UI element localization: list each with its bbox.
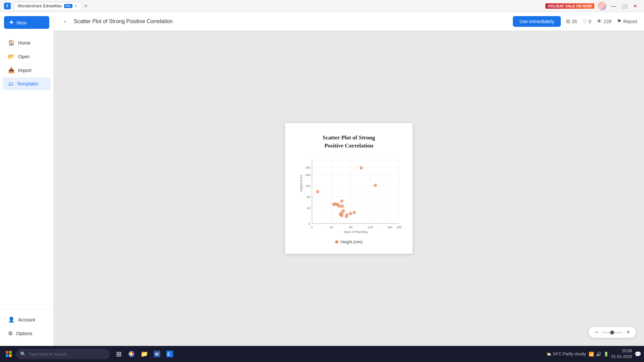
weather-info: ⛅ 24°C Partly cloudy <box>546 352 586 356</box>
weather-text: 24°C Partly cloudy <box>553 352 586 356</box>
volume-icon: 🔊 <box>596 352 601 357</box>
legend-label: Height (mm) <box>340 240 363 244</box>
open-icon: 📂 <box>8 53 15 60</box>
likes-stat[interactable]: ♡ 0 <box>582 18 591 24</box>
svg-point-29 <box>316 190 319 193</box>
chart-title: Scatter Plot of Strong Positive Correlat… <box>299 134 399 150</box>
maximize-button[interactable]: ⬜ <box>620 3 629 9</box>
main-layout: ✚ New 🏠 Home 📂 Open 📥 Import 🗂 Templates <box>0 12 644 346</box>
new-tab-button[interactable]: + <box>82 2 90 10</box>
sidebar-item-options-label: Options <box>16 331 32 336</box>
copy-icon: ⧉ <box>566 18 570 24</box>
svg-rect-51 <box>9 354 12 357</box>
sidebar-item-account[interactable]: 👤 Account <box>3 313 51 326</box>
heart-icon: ♡ <box>582 18 587 24</box>
options-icon: ⚙ <box>8 330 13 337</box>
network-icon: 📶 <box>589 352 594 357</box>
svg-text:40: 40 <box>330 226 333 229</box>
canvas-area[interactable]: Scatter Plot of Strong Positive Correlat… <box>54 31 644 346</box>
legend-dot <box>335 240 338 244</box>
chrome-app[interactable] <box>125 348 138 360</box>
sidebar-item-import-label: Import <box>18 68 32 73</box>
svg-point-45 <box>353 211 356 214</box>
sidebar-item-home[interactable]: 🏠 Home <box>3 36 51 49</box>
content-area: ‹ Scatter Plot of Strong Positive Correl… <box>54 12 644 346</box>
svg-point-42 <box>349 212 352 215</box>
report-button[interactable]: ⚑ Report <box>617 18 637 24</box>
sidebar-item-home-label: Home <box>18 40 31 46</box>
svg-text:160: 160 <box>305 173 310 177</box>
taskbar: 🔍 ⊞ 📁 W E ⛅ 24°C Partly cloudy 📶 🔊 🔋 20:… <box>0 346 644 362</box>
window-controls: — ⬜ ✕ <box>609 3 640 9</box>
task-view-button[interactable]: ⊞ <box>113 348 125 360</box>
zoom-slider[interactable] <box>602 332 622 333</box>
scatter-plot: 0 40 80 120 160 180 0 40 80 120 160 200 <box>299 157 402 237</box>
time-display: 20:08 <box>611 348 632 354</box>
sidebar-nav: 🏠 Home 📂 Open 📥 Import 🗂 Templates <box>0 33 53 309</box>
tab-title: Wondershare EdrawMax <box>18 4 62 8</box>
new-button[interactable]: ✚ New <box>4 16 49 29</box>
chart-legend: Height (mm) <box>299 240 399 244</box>
svg-text:Days of Plannting: Days of Plannting <box>344 230 368 234</box>
zoom-controls: − + <box>589 327 636 338</box>
use-immediately-button[interactable]: Use immediately <box>513 16 561 27</box>
sidebar-item-open[interactable]: 📂 Open <box>3 50 51 63</box>
svg-point-39 <box>340 214 343 217</box>
report-label: Report <box>623 19 637 24</box>
tab-close[interactable]: ✕ <box>74 4 77 8</box>
search-icon: 🔍 <box>20 351 26 357</box>
zoom-out-button[interactable]: − <box>593 328 600 337</box>
import-icon: 📥 <box>8 67 15 73</box>
sidebar-item-account-label: Account <box>18 317 35 322</box>
battery-icon: 🔋 <box>603 352 609 357</box>
svg-point-47 <box>360 166 363 170</box>
sidebar-item-options[interactable]: ⚙ Options <box>3 327 51 340</box>
topbar: ‹ Scatter Plot of Strong Positive Correl… <box>54 12 644 31</box>
sidebar-item-templates-label: Templates <box>17 81 38 86</box>
svg-point-44 <box>345 215 348 218</box>
avatar[interactable] <box>598 2 606 10</box>
search-input[interactable] <box>29 352 106 357</box>
sidebar-bottom: 👤 Account ⚙ Options <box>0 309 53 346</box>
svg-text:180: 180 <box>305 166 310 169</box>
svg-text:E: E <box>167 352 170 357</box>
scatter-svg: 0 40 80 120 160 180 0 40 80 120 160 200 <box>299 157 402 237</box>
svg-text:W: W <box>155 352 159 357</box>
date-display: 01-01-2024 <box>611 354 632 360</box>
sidebar-item-templates[interactable]: 🗂 Templates <box>3 77 51 90</box>
home-icon: 🏠 <box>8 40 15 46</box>
sidebar-item-open-label: Open <box>18 54 30 59</box>
plus-icon: ✚ <box>9 19 14 25</box>
svg-rect-50 <box>6 354 8 357</box>
minimize-button[interactable]: — <box>609 3 619 9</box>
taskbar-search-box[interactable]: 🔍 <box>16 349 110 359</box>
file-explorer-app[interactable]: 📁 <box>138 348 150 360</box>
start-button[interactable] <box>3 348 15 360</box>
edraw-app[interactable]: E <box>164 348 176 360</box>
svg-text:80: 80 <box>307 195 310 199</box>
templates-icon: 🗂 <box>8 81 13 87</box>
app-tab[interactable]: Wondershare EdrawMax Pro ✕ <box>13 2 82 10</box>
svg-text:0: 0 <box>311 226 313 229</box>
close-button[interactable]: ✕ <box>631 3 640 9</box>
svg-text:120: 120 <box>305 184 310 188</box>
word-app[interactable]: W <box>151 348 163 360</box>
sidebar: ✚ New 🏠 Home 📂 Open 📥 Import 🗂 Templates <box>0 12 54 346</box>
svg-point-41 <box>342 209 345 213</box>
svg-text:160: 160 <box>387 226 392 229</box>
notification-icon[interactable]: 💬 <box>635 351 641 357</box>
taskbar-right: ⛅ 24°C Partly cloudy 📶 🔊 🔋 20:08 01-01-2… <box>546 348 641 360</box>
svg-text:0: 0 <box>309 222 310 226</box>
zoom-thumb <box>610 330 614 335</box>
zoom-in-button[interactable]: + <box>624 328 632 337</box>
pro-badge: Pro <box>64 4 72 8</box>
views-count: 228 <box>604 19 611 24</box>
system-tray: 📶 🔊 🔋 <box>589 352 609 357</box>
svg-point-35 <box>340 199 343 203</box>
chart-card: Scatter Plot of Strong Positive Correlat… <box>285 123 413 254</box>
svg-text:120: 120 <box>368 226 373 229</box>
flag-icon: ⚑ <box>617 18 622 24</box>
back-button[interactable]: ‹ <box>60 17 70 26</box>
sidebar-item-import[interactable]: 📥 Import <box>3 64 51 77</box>
titlebar: E Wondershare EdrawMax Pro ✕ + HOLIDAY S… <box>0 0 644 12</box>
